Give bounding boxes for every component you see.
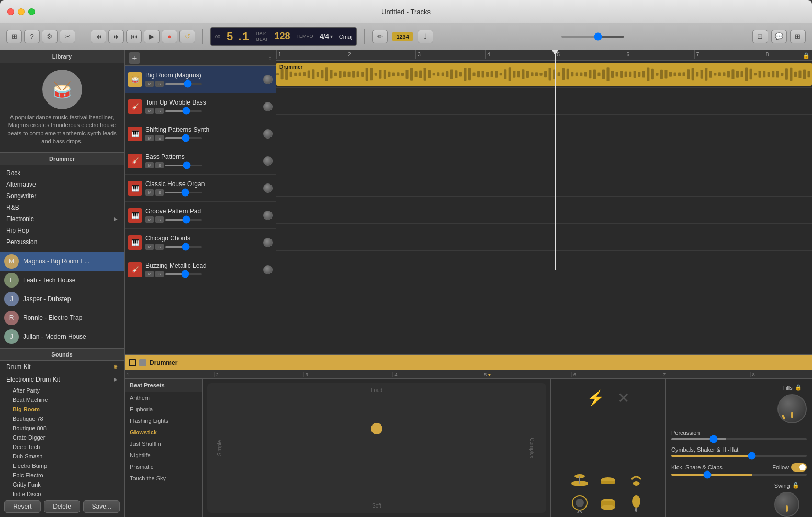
cycle-button[interactable]: ↺ xyxy=(179,30,195,43)
minimize-button[interactable] xyxy=(18,8,25,15)
kick-slider[interactable] xyxy=(671,474,807,476)
percussion-slider[interactable] xyxy=(671,438,807,440)
track-solo-2[interactable]: S xyxy=(155,135,164,141)
go-to-start-button[interactable]: ⏮ xyxy=(126,30,142,43)
track-row-7[interactable]: 🎸 Buzzing Metallic Lead M S xyxy=(125,256,276,283)
track-pan-0[interactable] xyxy=(263,75,273,84)
preset-euphoria[interactable]: Euphoria xyxy=(125,404,202,415)
swing-knob[interactable] xyxy=(774,492,799,517)
clap-instrument[interactable] xyxy=(626,469,646,489)
track-mute-1[interactable]: M xyxy=(145,108,154,114)
library-button[interactable]: ⊞ xyxy=(6,30,22,43)
track-sort-button[interactable]: ↕ xyxy=(269,55,272,61)
track-pan-3[interactable] xyxy=(263,156,273,166)
genre-percussion[interactable]: Percussion xyxy=(0,236,124,248)
track-volume-5[interactable] xyxy=(165,219,202,221)
shaker-instrument[interactable] xyxy=(626,493,646,513)
pad-area[interactable]: Loud Soft Simple Complex xyxy=(207,383,546,513)
preset-glowstick[interactable]: Glowstick xyxy=(125,427,202,438)
preset-flashing-lights[interactable]: Flashing Lights xyxy=(125,415,202,427)
track-pan-1[interactable] xyxy=(263,102,273,111)
preset-prismatic[interactable]: Prismatic xyxy=(125,461,202,473)
rewind-button[interactable]: ⏮ xyxy=(91,30,106,43)
follow-toggle-btn[interactable] xyxy=(791,463,807,472)
track-pan-7[interactable] xyxy=(263,265,273,274)
track-solo-6[interactable]: S xyxy=(155,244,164,250)
metronome-button[interactable]: ♩ xyxy=(418,30,433,43)
cymbals-slider[interactable] xyxy=(671,455,807,457)
fast-forward-button[interactable]: ⏭ xyxy=(108,30,124,43)
lcd-button[interactable]: 1234 xyxy=(392,32,413,41)
genre-alternative[interactable]: Alternative xyxy=(0,179,124,190)
kick-instrument[interactable] xyxy=(570,493,590,513)
record-button[interactable]: ● xyxy=(162,30,177,43)
preset-anthem[interactable]: Anthem xyxy=(125,392,202,404)
track-solo-1[interactable]: S xyxy=(155,108,164,114)
track-solo-3[interactable]: S xyxy=(155,162,164,168)
help-button[interactable]: ? xyxy=(24,30,40,43)
add-track-button[interactable]: + xyxy=(129,52,140,64)
drummer-ronnie[interactable]: R Ronnie - Electro Trap xyxy=(0,308,124,327)
genre-rnb[interactable]: R&B xyxy=(0,202,124,213)
track-volume-3[interactable] xyxy=(165,165,202,166)
drumkit-add-icon[interactable]: ⊕ xyxy=(113,363,118,370)
preset-deep-tech[interactable]: Deep Tech xyxy=(0,442,124,452)
preset-electro-bump[interactable]: Electro Bump xyxy=(0,461,124,470)
track-mute-6[interactable]: M xyxy=(145,244,154,250)
fullscreen-button[interactable]: ⊡ xyxy=(752,30,768,43)
track-volume-7[interactable] xyxy=(165,273,202,275)
play-button[interactable]: ▶ xyxy=(144,30,160,43)
track-pan-5[interactable] xyxy=(263,211,273,220)
track-mute-4[interactable]: M xyxy=(145,189,154,196)
track-pan-6[interactable] xyxy=(263,238,273,247)
track-mute-2[interactable]: M xyxy=(145,135,154,141)
track-mute-3[interactable]: M xyxy=(145,162,154,168)
maximize-button[interactable] xyxy=(28,8,35,15)
drummer-magnus[interactable]: M Magnus - Big Room E... xyxy=(0,252,124,271)
sound-cat-drumkit[interactable]: Drum Kit ⊕ xyxy=(0,361,124,373)
pencil-button[interactable]: ✏ xyxy=(372,30,388,43)
genre-hiphop[interactable]: Hip Hop xyxy=(0,225,124,236)
genre-rock[interactable]: Rock xyxy=(0,167,124,179)
track-mute-5[interactable]: M xyxy=(145,216,154,223)
time-sig-group[interactable]: 4/4 ▾ xyxy=(320,32,333,40)
track-row-0[interactable]: 🥁 Big Room (Magnus) M S xyxy=(125,66,276,93)
track-volume-4[interactable] xyxy=(165,192,202,193)
preset-touch-the-sky[interactable]: Touch the Sky xyxy=(125,473,202,484)
genre-electronic[interactable]: Electronic ▶ xyxy=(0,213,124,225)
drummer-jasper[interactable]: J Jasper - Dubstep xyxy=(0,290,124,308)
track-volume-1[interactable] xyxy=(165,110,202,112)
close-button[interactable] xyxy=(7,8,14,15)
preset-epic-electro[interactable]: Epic Electro xyxy=(0,470,124,480)
preset-dub-smash[interactable]: Dub Smash xyxy=(0,452,124,461)
track-solo-5[interactable]: S xyxy=(155,216,164,223)
track-row-6[interactable]: 🎹 Chicago Chords M S xyxy=(125,229,276,256)
drummer-leah[interactable]: L Leah - Tech House xyxy=(0,271,124,290)
settings-button[interactable]: ⚙ xyxy=(42,30,58,43)
preset-beat-machine[interactable]: Beat Machine xyxy=(0,395,124,405)
preset-nightlife[interactable]: Nightlife xyxy=(125,450,202,461)
preset-big-room[interactable]: Big Room xyxy=(0,405,124,414)
chat-button[interactable]: 💬 xyxy=(771,30,787,43)
master-volume-slider[interactable] xyxy=(561,36,624,38)
track-mute-0[interactable]: M xyxy=(145,81,154,87)
share-button[interactable]: ⊞ xyxy=(790,30,806,43)
preset-after-party[interactable]: After Party xyxy=(0,386,124,395)
track-volume-2[interactable] xyxy=(165,137,202,139)
revert-button[interactable]: Revert xyxy=(4,500,41,513)
preset-gritty-funk[interactable]: Gritty Funk xyxy=(0,480,124,489)
track-volume-0[interactable] xyxy=(165,83,202,85)
track-solo-0[interactable]: S xyxy=(155,81,164,87)
preset-crate-digger[interactable]: Crate Digger xyxy=(0,433,124,442)
track-row-3[interactable]: 🎸 Bass Patterns M S xyxy=(125,147,276,175)
genre-songwriter[interactable]: Songwriter xyxy=(0,190,124,202)
preset-indie-disco[interactable]: Indie Disco xyxy=(0,489,124,496)
track-pan-4[interactable] xyxy=(263,183,273,193)
cymbal-instrument[interactable] xyxy=(570,469,590,489)
preset-boutique-78[interactable]: Boutique 78 xyxy=(0,414,124,423)
track-mute-7[interactable]: M xyxy=(145,271,154,277)
preset-just-shufflin[interactable]: Just Shufflin xyxy=(125,438,202,450)
fills-knob[interactable] xyxy=(777,394,807,423)
track-row-5[interactable]: 🎹 Groove Pattern Pad M S xyxy=(125,202,276,229)
save-button[interactable]: Save... xyxy=(83,500,120,513)
